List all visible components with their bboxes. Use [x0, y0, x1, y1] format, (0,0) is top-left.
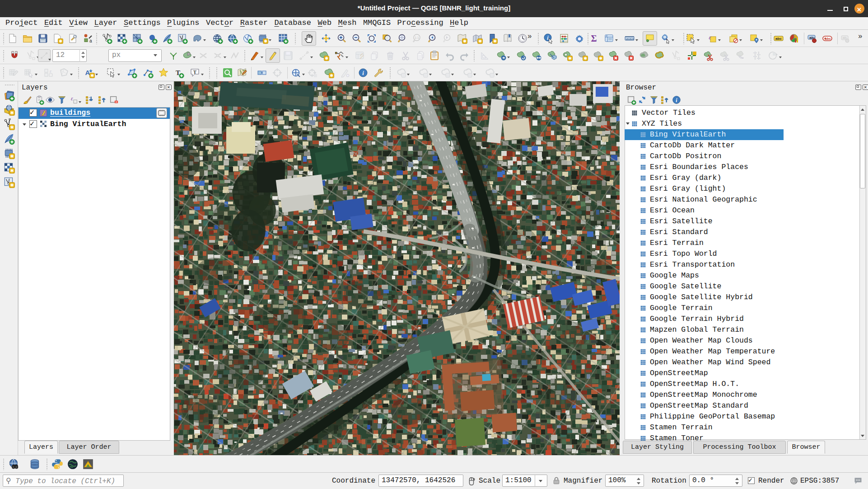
svg-text:abc: abc	[825, 37, 831, 41]
svg-text:abc: abc	[775, 37, 782, 41]
svg-text:Σ: Σ	[591, 33, 597, 43]
svg-text:A: A	[85, 69, 90, 76]
svg-text:a: a	[89, 38, 92, 43]
svg-text:T: T	[193, 69, 197, 75]
svg-text:1:1: 1:1	[415, 36, 419, 39]
svg-text:i: i	[362, 70, 364, 76]
svg-text:ε: ε	[71, 95, 73, 102]
svg-text:ε: ε	[709, 34, 711, 41]
svg-text:ε: ε	[50, 68, 52, 74]
